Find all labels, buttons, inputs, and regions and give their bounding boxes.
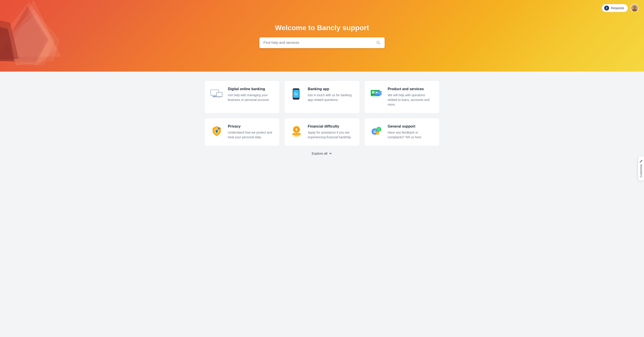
requests-label: Requests	[611, 6, 624, 10]
main-content: Digital online banking Get help with man…	[199, 81, 445, 155]
hero-decoration	[0, 0, 74, 67]
explore-all-label: Explore all	[312, 152, 327, 155]
svg-rect-17	[217, 93, 222, 96]
customise-label: Customise	[640, 164, 643, 177]
customise-tab[interactable]: Customise	[638, 156, 644, 181]
card-icon-general-support: &	[370, 124, 383, 138]
card-title-banking-app: Banking app	[308, 87, 354, 91]
search-bar	[260, 37, 384, 48]
cards-grid: Digital online banking Get help with man…	[204, 81, 440, 146]
card-general-support[interactable]: & General support Have any feedback or c…	[364, 118, 440, 146]
requests-badge: 2	[604, 6, 609, 11]
card-icon-product-services	[370, 87, 383, 101]
card-icon-digital-banking	[210, 87, 224, 101]
card-text-product-services: Product and services We will help with q…	[388, 87, 434, 107]
card-text-digital-banking: Digital online banking Get help with man…	[228, 87, 274, 102]
card-title-financial-difficulty: Financial difficulty	[308, 124, 354, 128]
card-text-financial-difficulty: Financial difficulty Apply for assistanc…	[308, 124, 354, 140]
card-desc-privacy: Understand how we protect and treat your…	[228, 130, 274, 140]
avatar-image	[631, 4, 638, 12]
svg-rect-24	[294, 94, 298, 94]
card-desc-banking-app: Get in touch with us for banking app rel…	[308, 93, 354, 102]
explore-all-button[interactable]: Explore all	[204, 152, 440, 155]
requests-button[interactable]: 2 Requests	[602, 4, 628, 12]
card-text-privacy: Privacy Understand how we protect and tr…	[228, 124, 274, 140]
svg-point-9	[632, 9, 637, 12]
svg-point-22	[294, 91, 295, 92]
card-text-general-support: General support Have any feedback or com…	[388, 124, 434, 140]
card-title-product-services: Product and services	[388, 87, 434, 91]
card-financial-difficulty[interactable]: $ Financial difficulty Apply for assista…	[284, 118, 360, 146]
hero-title: Welcome to Bancly support	[275, 24, 369, 32]
svg-rect-41	[292, 133, 301, 135]
card-title-general-support: General support	[388, 124, 434, 128]
svg-point-21	[296, 98, 296, 99]
pencil-icon	[640, 160, 643, 163]
svg-rect-35	[216, 131, 217, 132]
card-icon-financial-difficulty: $	[290, 124, 303, 138]
card-product-services[interactable]: Product and services We will help with q…	[364, 81, 440, 113]
svg-rect-14	[213, 96, 216, 97]
svg-text:$: $	[296, 128, 298, 132]
card-digital-banking[interactable]: Digital online banking Get help with man…	[204, 81, 280, 113]
hero-content: Welcome to Bancly support	[237, 24, 407, 48]
card-desc-financial-difficulty: Apply for assistance if you are experien…	[308, 130, 354, 140]
card-desc-general-support: Have any feedback or complaints? Tell us…	[388, 130, 434, 140]
search-input[interactable]	[264, 41, 376, 45]
svg-text:&: &	[374, 130, 376, 133]
svg-rect-43	[294, 136, 299, 137]
svg-rect-25	[294, 95, 298, 95]
svg-rect-18	[218, 97, 220, 97]
card-banking-app[interactable]: Banking app Get in touch with us for ban…	[284, 81, 360, 113]
card-privacy[interactable]: Privacy Understand how we protect and tr…	[204, 118, 280, 146]
search-icon	[376, 41, 380, 45]
card-icon-banking-app	[290, 87, 303, 101]
svg-rect-33	[376, 92, 378, 93]
svg-point-37	[218, 128, 220, 129]
avatar[interactable]	[630, 4, 639, 12]
chevron-down-icon	[329, 152, 332, 155]
svg-line-11	[379, 43, 380, 44]
svg-rect-42	[293, 135, 300, 136]
card-desc-product-services: We will help with questions related to l…	[388, 93, 434, 107]
svg-point-48	[377, 128, 380, 131]
svg-point-8	[633, 6, 636, 9]
svg-rect-29	[372, 91, 374, 93]
navbar: 2 Requests	[602, 4, 639, 12]
card-desc-digital-banking: Get help with managing your business or …	[228, 93, 274, 102]
card-title-digital-banking: Digital online banking	[228, 87, 274, 91]
svg-point-23	[296, 91, 296, 92]
card-text-banking-app: Banking app Get in touch with us for ban…	[308, 87, 354, 102]
card-icon-privacy	[210, 124, 224, 138]
svg-point-50	[376, 132, 378, 134]
hero-section: 2 Requests Welcome to Bancly support	[0, 0, 644, 72]
card-title-privacy: Privacy	[228, 124, 274, 128]
